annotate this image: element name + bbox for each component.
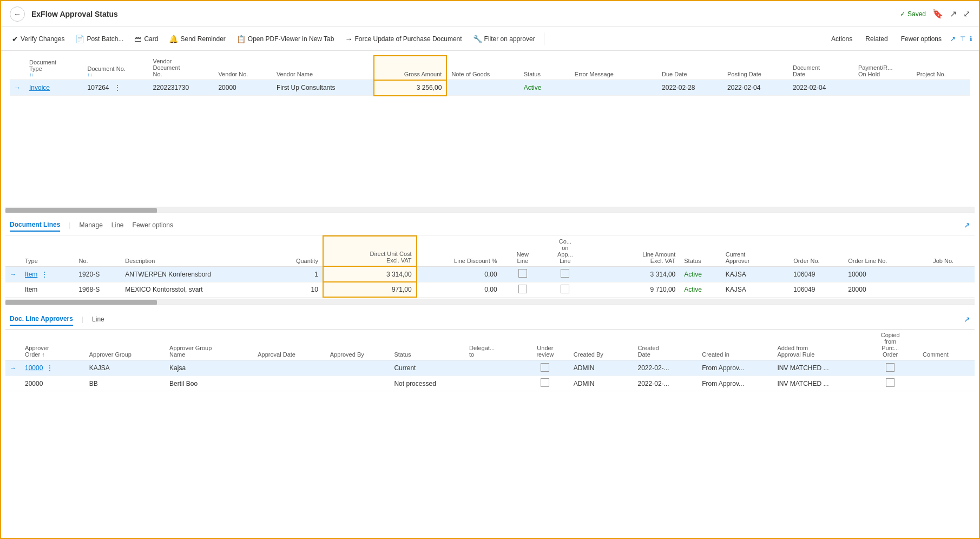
dl-row1-order-no: 106049	[789, 266, 844, 282]
related-button[interactable]: Related	[861, 33, 892, 45]
dl-row1-co-app-checkbox[interactable]	[561, 269, 569, 278]
th-ap-arrow	[5, 330, 21, 360]
share2-icon[interactable]: ↗	[950, 35, 956, 43]
th-dl-co-app: Co...onApp...Line	[544, 236, 587, 267]
th-vendor-name: Vendor Name	[272, 56, 374, 80]
expand-icon[interactable]: ⤢	[963, 9, 970, 19]
card-button[interactable]: 🗃 Card	[130, 32, 162, 45]
due-date-cell: 2022-02-28	[657, 80, 723, 96]
dl-row1-co-app	[544, 266, 587, 282]
dl-row1-unit-cost: 3 314,00	[323, 266, 417, 282]
th-ap-created-date: CreatedDate	[634, 330, 698, 360]
th-doc-date: DocumentDate	[788, 56, 854, 80]
ap-row1-approved-by	[326, 360, 390, 376]
ap-row2-copied	[862, 376, 918, 391]
ap-row1-added-from: INV MATCHED ...	[773, 360, 862, 376]
doc-no-cell: 107264 ⋮	[83, 80, 149, 96]
tab-line[interactable]: Line	[111, 219, 124, 231]
app-title: ExFlow Approval Status	[31, 10, 118, 18]
dl-row2-qty: 10	[274, 282, 323, 297]
open-pdf-button[interactable]: 📋 Open PDF-Viewer in New Tab	[232, 32, 339, 45]
th-due-date: Due Date	[657, 56, 723, 80]
dl-row2-co-app-checkbox[interactable]	[561, 285, 569, 293]
th-vendor-doc-no: VendorDocumentNo.	[148, 56, 214, 80]
th-dl-order-line-no: Order Line No.	[844, 236, 929, 267]
ap-row1-copied-checkbox[interactable]	[886, 363, 895, 372]
ap-row2-comment	[918, 376, 975, 391]
doc-lines-export-icon[interactable]: ↗	[964, 221, 970, 229]
th-payment-hold: Payment/R...On Hold	[854, 56, 912, 80]
dl-row2-new-line	[502, 282, 544, 297]
share-icon[interactable]: ↗	[950, 9, 957, 19]
fewer-options-button[interactable]: Fewer options	[897, 33, 946, 45]
dl-type-link[interactable]: Item	[25, 271, 37, 278]
th-ap-comment: Comment	[918, 330, 975, 360]
tab-fewer-options[interactable]: Fewer options	[133, 219, 173, 231]
doc-lines-header: Document Lines | Manage Line Fewer optio…	[5, 215, 975, 235]
th-dl-line-amount: Line AmountExcl. VAT	[587, 236, 680, 267]
row-kebab-button[interactable]: ⋮	[111, 82, 123, 93]
ap-row2-delegat-to	[465, 376, 521, 391]
main-scroll-bar[interactable]	[5, 207, 975, 213]
lines-scroll-bar[interactable]	[5, 299, 975, 305]
ap-row2-under-review	[521, 376, 569, 391]
ap-row1-group-name: Kajsa	[165, 360, 253, 376]
actions-button[interactable]: Actions	[827, 33, 857, 45]
status-cell: Active	[519, 80, 570, 96]
posting-date-cell: 2022-02-04	[723, 80, 788, 96]
tab-approvers-line[interactable]: Line	[92, 313, 104, 325]
header-right: ✓ Saved 🔖 ↗ ⤢	[900, 9, 970, 19]
ap-row1-order: 10000 ⋮	[21, 360, 85, 376]
saved-indicator: ✓ Saved	[900, 10, 926, 18]
filter-approver-button[interactable]: 🔧 Filter on approver	[469, 32, 540, 45]
dl-row2-co-app	[544, 282, 587, 297]
top-table-header-row: DocumentType ↑↓ Document No. ↑↓ VendorDo…	[10, 56, 970, 80]
ap-row2-group-name: Bertil Boo	[165, 376, 253, 391]
ap-row1-kebab[interactable]: ⋮	[44, 363, 56, 373]
send-reminder-button[interactable]: 🔔 Send Reminder	[165, 32, 229, 45]
dl-row2-new-line-checkbox[interactable]	[518, 285, 527, 293]
ap-row2-copied-checkbox[interactable]	[886, 378, 895, 387]
ap-order-link[interactable]: 10000	[25, 364, 43, 372]
doc-type-link[interactable]: Invoice	[29, 84, 50, 91]
tab-document-lines[interactable]: Document Lines	[10, 219, 60, 232]
dl-row2-line-amount: 9 710,00	[587, 282, 680, 297]
dl-row2-type: Item	[21, 282, 74, 297]
force-update-button[interactable]: → Force Update of Purchase Document	[340, 32, 466, 45]
error-msg-cell	[570, 80, 657, 96]
th-project-no: Project No.	[912, 56, 970, 80]
info-icon[interactable]: ℹ	[970, 35, 972, 43]
post-batch-button[interactable]: 📄 Post Batch...	[71, 32, 128, 45]
lines-scroll-thumb	[5, 300, 157, 305]
vendor-no-cell: 20000	[214, 80, 272, 96]
verify-changes-button[interactable]: ✔ Verify Changes	[8, 32, 69, 45]
dl-row1-new-line-checkbox[interactable]	[518, 269, 527, 278]
tab-doc-line-approvers[interactable]: Doc. Line Approvers	[10, 313, 73, 326]
filter-icon[interactable]: ⊤	[960, 35, 965, 43]
ap-row1-under-review	[521, 360, 569, 376]
th-dl-order-no: Order No.	[789, 236, 844, 267]
row-arrow-icon: →	[14, 84, 21, 91]
dl-row1-type: Item ⋮	[21, 266, 74, 282]
tab-manage[interactable]: Manage	[79, 219, 102, 231]
dl-row1-new-line	[502, 266, 544, 282]
th-dl-status: Status	[680, 236, 721, 267]
back-button[interactable]: ←	[10, 6, 25, 22]
ap-row1-under-review-checkbox[interactable]	[541, 363, 549, 372]
dl-row1-arrow: →	[5, 266, 21, 282]
dl-row1-qty: 1	[274, 266, 323, 282]
doc-line-approvers-section: Doc. Line Approvers | Line ↗ ApproverOrd…	[5, 310, 975, 391]
dl-row1-kebab[interactable]: ⋮	[38, 269, 50, 280]
post-batch-icon: 📄	[75, 35, 84, 43]
th-dl-type: Type	[21, 236, 74, 267]
ap-row2-under-review-checkbox[interactable]	[541, 378, 549, 387]
dl-row2-job-no	[929, 282, 975, 297]
scroll-thumb	[5, 208, 157, 213]
table-row: 20000 BB Bertil Boo Not processed ADMIN …	[5, 376, 975, 391]
bookmark-icon[interactable]: 🔖	[932, 9, 943, 19]
approvers-export-icon[interactable]: ↗	[964, 315, 970, 324]
th-ap-group: Approver Group	[85, 330, 165, 360]
th-note-goods: Note of Goods	[446, 56, 519, 80]
dl-row2-no: 1968-S	[74, 282, 121, 297]
th-ap-added-from: Added fromApproval Rule	[773, 330, 862, 360]
